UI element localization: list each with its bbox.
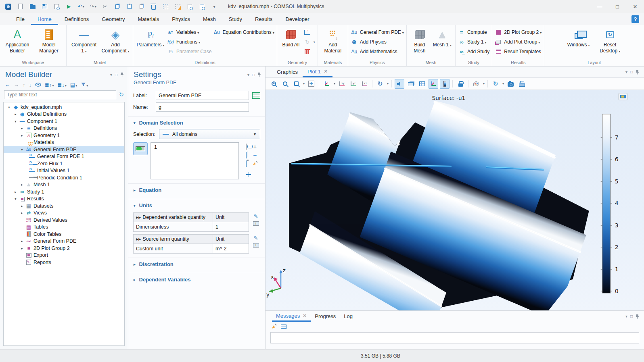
- panel-pin-icon[interactable]: [257, 72, 261, 77]
- import-geometry-button[interactable]: [304, 29, 315, 35]
- tree-item-mesh1[interactable]: Mesh 1: [4, 181, 124, 189]
- tab-messages[interactable]: Messages✕: [272, 311, 311, 322]
- expand-tree-icon[interactable]: ≣↑▾: [45, 82, 54, 88]
- add-to-selection-icon[interactable]: +: [253, 143, 257, 150]
- tree-item-periodic-condition1[interactable]: Periodic Condition 1: [4, 174, 124, 181]
- show-axes-icon[interactable]: [429, 79, 438, 89]
- expander-icon[interactable]: [19, 126, 25, 130]
- zoom-extents-icon[interactable]: ✛: [306, 79, 316, 89]
- expander-icon[interactable]: [19, 204, 25, 208]
- clear-messages-icon[interactable]: [271, 323, 277, 330]
- zoom-box-icon[interactable]: [291, 79, 301, 89]
- expander-icon[interactable]: [19, 148, 25, 152]
- application-builder-button[interactable]: A Application Builder: [2, 26, 32, 54]
- component1-button[interactable]: — Component 1: [69, 26, 99, 54]
- menu-geometry[interactable]: Geometry: [95, 13, 131, 25]
- paste-icon[interactable]: [126, 3, 133, 10]
- menu-study[interactable]: Study: [222, 13, 249, 25]
- label-input[interactable]: [156, 91, 249, 100]
- build-all-button[interactable]: Build All: [280, 26, 302, 48]
- study1-button[interactable]: ∞Study 1: [458, 39, 489, 45]
- select-box-icon[interactable]: [162, 3, 169, 10]
- tab-graphics[interactable]: Graphics: [272, 67, 303, 77]
- save-icon[interactable]: [41, 3, 48, 10]
- tree-item-tables[interactable]: Tables: [4, 224, 124, 231]
- add-plot-group-button[interactable]: Add Plot Group: [495, 39, 542, 45]
- expander-icon[interactable]: [13, 112, 19, 116]
- sort-icon[interactable]: ▶▶: [136, 237, 141, 241]
- expander-icon[interactable]: [19, 246, 25, 250]
- node-grouping-icon[interactable]: ▤▾: [70, 82, 77, 88]
- build-mesh-button[interactable]: Build Mesh: [409, 26, 430, 54]
- tree-item-materials[interactable]: Materials: [4, 139, 124, 146]
- paste-selection-icon[interactable]: [246, 161, 247, 166]
- mesh1-button[interactable]: ▲ Mesh 1: [432, 26, 453, 48]
- tree-item-derived-values[interactable]: Derived Values: [4, 216, 124, 224]
- variables-button[interactable]: a=Variables: [167, 29, 211, 35]
- view-yz-icon[interactable]: yz: [348, 79, 358, 89]
- plot-thumbnail-icon[interactable]: [619, 93, 627, 100]
- section-domain-selection[interactable]: Domain Selection: [128, 116, 265, 128]
- cut-icon[interactable]: ✂: [102, 3, 109, 10]
- panel-menu-icon[interactable]: ▾: [247, 73, 249, 77]
- messages-output[interactable]: [270, 332, 639, 343]
- tree-item-general-form-pde-results[interactable]: General Form PDE: [4, 238, 124, 245]
- snapshot-icon[interactable]: [506, 79, 515, 89]
- change-unit-icon[interactable]: I: [253, 221, 259, 226]
- parameters-button[interactable]: Pi Parameters: [136, 26, 165, 48]
- grid-icon[interactable]: [417, 79, 427, 89]
- filter-icon[interactable]: ▾: [81, 82, 88, 88]
- panel-float-icon[interactable]: □: [630, 314, 633, 318]
- delete-icon[interactable]: [150, 3, 157, 10]
- tree-item-initial-values1[interactable]: Initial Values 1: [4, 167, 124, 175]
- menu-materials[interactable]: Materials: [131, 13, 165, 25]
- toolbar-more-icon[interactable]: ▾: [211, 3, 217, 10]
- panel-pin-icon[interactable]: [120, 72, 124, 77]
- view-xz-icon[interactable]: xz: [360, 79, 369, 89]
- view-xy-icon[interactable]: xy: [337, 79, 347, 89]
- panel-float-icon[interactable]: □: [115, 73, 117, 77]
- name-input[interactable]: [156, 102, 249, 112]
- tree-item-general-form-pde[interactable]: General Form PDE: [4, 146, 124, 153]
- run-icon[interactable]: ▶: [65, 3, 72, 10]
- selection-dropdown[interactable]: All domains ▼: [159, 129, 260, 139]
- reset-desktop-button[interactable]: ↻ Reset Desktop: [595, 26, 625, 54]
- nav-back-icon[interactable]: ←: [5, 82, 10, 88]
- plot-group2-button[interactable]: 2D Plot Group 2: [495, 29, 542, 35]
- partition-button[interactable]: [304, 48, 315, 55]
- edit-quantity-icon[interactable]: ✎: [254, 235, 258, 241]
- tree-item-zero-flux1[interactable]: Zero Flux 1: [4, 160, 124, 167]
- add-mathematics-button[interactable]: Δu̲Add Mathematics: [351, 48, 404, 55]
- rotate-icon[interactable]: ↻: [375, 79, 385, 89]
- menu-file[interactable]: File: [10, 13, 31, 25]
- change-unit-icon[interactable]: I: [253, 243, 259, 248]
- windows-button[interactable]: Windows: [564, 26, 594, 48]
- equation-contributions-button[interactable]: ΔuEquation Contributions: [213, 29, 274, 35]
- active-toggle-button[interactable]: [133, 142, 148, 155]
- menu-definitions[interactable]: Definitions: [58, 13, 96, 25]
- zoom-in-icon[interactable]: [269, 79, 278, 89]
- expander-icon[interactable]: [13, 197, 19, 201]
- print-icon[interactable]: [517, 79, 527, 89]
- show-icon[interactable]: [35, 82, 41, 88]
- panel-menu-icon[interactable]: ▾: [625, 314, 627, 318]
- rename-icon[interactable]: [252, 92, 260, 99]
- result-templates-button[interactable]: Result Templates: [495, 48, 542, 55]
- model-manager-button[interactable]: Model Manager: [34, 26, 64, 54]
- plot-canvas[interactable]: Surface: -u1: [266, 90, 644, 310]
- quantity-cell[interactable]: Custom unit: [134, 244, 213, 253]
- rebuild-button[interactable]: ↻▾: [304, 39, 315, 45]
- nav-forward-icon[interactable]: →: [14, 82, 19, 88]
- tree-item-global-definitions[interactable]: Global Definitions: [4, 111, 124, 118]
- panel-float-icon[interactable]: □: [252, 73, 255, 77]
- find-settings-icon[interactable]: [199, 3, 205, 10]
- zoom-out-icon[interactable]: [280, 79, 290, 89]
- close-tab-icon[interactable]: ✕: [303, 313, 307, 318]
- tree-item-export[interactable]: Export: [4, 252, 124, 259]
- compute-button[interactable]: =Compute: [458, 29, 489, 35]
- add-study-button[interactable]: ∞̲Add Study: [458, 48, 489, 55]
- tree-item-definitions[interactable]: Definitions: [4, 125, 124, 132]
- refresh-icon[interactable]: ↻: [119, 91, 124, 98]
- panel-menu-icon[interactable]: ▾: [625, 70, 627, 74]
- clear-selection-icon[interactable]: [174, 3, 181, 10]
